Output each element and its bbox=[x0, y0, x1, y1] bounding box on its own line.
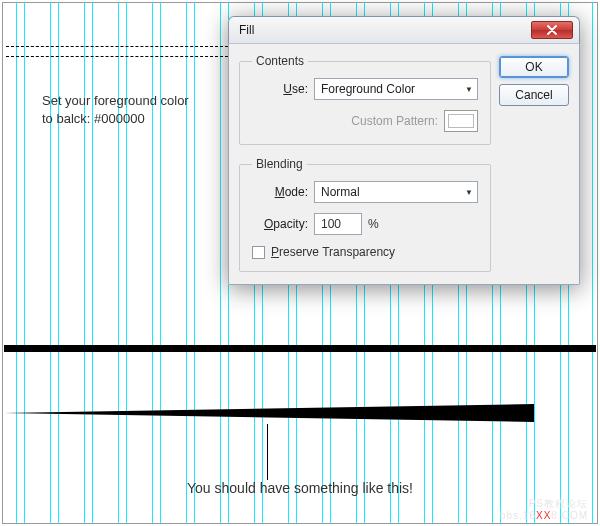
result-shape bbox=[4, 404, 596, 422]
dialog-titlebar[interactable]: Fill bbox=[228, 16, 580, 44]
instruction-text: Set your foreground color to balck: #000… bbox=[42, 92, 202, 128]
selection-edge-top bbox=[6, 46, 228, 47]
custom-pattern-swatch bbox=[444, 110, 478, 132]
use-value: Foreground Color bbox=[321, 82, 415, 96]
dialog-right-column: OK Cancel bbox=[499, 54, 569, 272]
svg-marker-0 bbox=[4, 404, 534, 422]
preserve-row: Preserve Transparency bbox=[252, 245, 478, 259]
dialog-left-column: Contents Use: Foreground Color ▼ Custom … bbox=[239, 54, 491, 272]
watermark-line2: bbs.16XX8.COM bbox=[500, 510, 588, 522]
blending-group: Blending Mode: Normal ▼ Opacity: 100 % bbox=[239, 157, 491, 272]
dialog-title: Fill bbox=[239, 23, 531, 37]
fill-dialog: Fill Contents Use: Foreground Color ▼ Cu… bbox=[228, 16, 580, 285]
mode-label: Mode: bbox=[252, 185, 308, 199]
blending-legend: Blending bbox=[252, 157, 307, 171]
preserve-transparency-checkbox[interactable] bbox=[252, 246, 265, 259]
close-button[interactable] bbox=[531, 21, 573, 39]
cancel-button[interactable]: Cancel bbox=[499, 84, 569, 106]
dialog-body: Contents Use: Foreground Color ▼ Custom … bbox=[228, 44, 580, 285]
caption-text: You should have something like this! bbox=[0, 480, 600, 496]
opacity-value: 100 bbox=[321, 217, 341, 231]
opacity-suffix: % bbox=[368, 217, 379, 231]
use-combobox[interactable]: Foreground Color ▼ bbox=[314, 78, 478, 100]
use-label: Use: bbox=[252, 82, 308, 96]
use-row: Use: Foreground Color ▼ bbox=[252, 78, 478, 100]
chevron-down-icon: ▼ bbox=[465, 85, 473, 94]
custom-pattern-label: Custom Pattern: bbox=[252, 114, 438, 128]
opacity-row: Opacity: 100 % bbox=[252, 213, 478, 235]
custom-pattern-row: Custom Pattern: bbox=[252, 110, 478, 132]
contents-group: Contents Use: Foreground Color ▼ Custom … bbox=[239, 54, 491, 145]
divider-bar bbox=[4, 345, 596, 352]
opacity-label: Opacity: bbox=[252, 217, 308, 231]
selection-edge-bottom bbox=[6, 56, 228, 57]
mode-row: Mode: Normal ▼ bbox=[252, 181, 478, 203]
chevron-down-icon: ▼ bbox=[465, 188, 473, 197]
ok-button[interactable]: OK bbox=[499, 56, 569, 78]
close-icon bbox=[547, 25, 557, 35]
mode-value: Normal bbox=[321, 185, 360, 199]
caption-leader-line bbox=[267, 424, 268, 480]
watermark: PS教程论坛 bbs.16XX8.COM bbox=[500, 498, 588, 522]
contents-legend: Contents bbox=[252, 54, 308, 68]
mode-combobox[interactable]: Normal ▼ bbox=[314, 181, 478, 203]
opacity-input[interactable]: 100 bbox=[314, 213, 362, 235]
preserve-transparency-label: Preserve Transparency bbox=[271, 245, 395, 259]
watermark-line1: PS教程论坛 bbox=[500, 498, 588, 510]
